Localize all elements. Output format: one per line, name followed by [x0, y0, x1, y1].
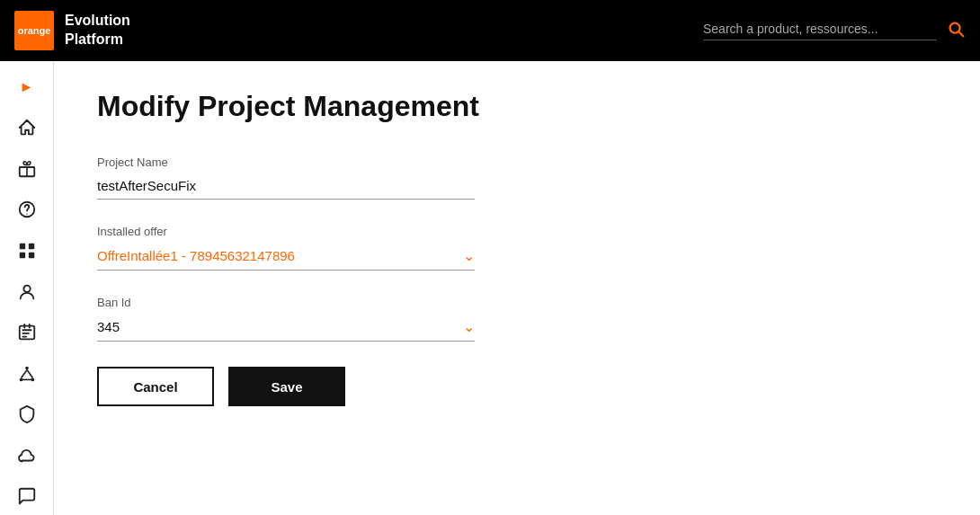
cloud-icon: [17, 446, 37, 466]
header-search: Search a product, ressources...: [703, 19, 966, 43]
help-icon: [17, 200, 37, 219]
ban-id-label: Ban Id: [97, 296, 937, 309]
topology-icon: [17, 364, 37, 384]
svg-rect-5: [19, 253, 24, 258]
svg-point-7: [23, 285, 30, 291]
sidebar-item-topology[interactable]: [7, 355, 47, 393]
header: orange Evolution Platform Search a produ…: [0, 0, 980, 61]
main-layout: ►: [0, 61, 980, 515]
svg-rect-6: [28, 253, 33, 258]
logo-text: orange: [18, 25, 51, 36]
svg-point-2: [26, 214, 27, 215]
button-row: Cancel Save: [97, 367, 937, 406]
user-icon: [17, 282, 37, 302]
installed-offer-value: OffreIntallée1 - 78945632147896: [97, 248, 295, 263]
gift-icon: [17, 159, 37, 179]
sidebar-item-home[interactable]: [7, 110, 47, 147]
svg-rect-4: [28, 244, 33, 249]
chevron-right-icon: ►: [20, 79, 34, 95]
installed-offer-group: Installed offer OffreIntallée1 - 7894563…: [97, 225, 937, 271]
sidebar-item-user[interactable]: [7, 273, 47, 311]
installed-offer-label: Installed offer: [97, 225, 937, 238]
ban-id-dropdown[interactable]: 345 ⌄: [97, 313, 475, 342]
sidebar-item-dashboard[interactable]: [7, 232, 47, 270]
project-name-group: Project Name: [97, 155, 937, 200]
search-icon-button[interactable]: [946, 19, 966, 43]
sidebar-item-security[interactable]: [7, 395, 47, 433]
search-input[interactable]: Search a product, ressources...: [703, 22, 937, 40]
content-area: Modify Project Management Project Name I…: [54, 61, 980, 515]
ban-id-value: 345: [97, 319, 120, 334]
search-icon: [946, 19, 966, 39]
logo-box: orange: [14, 11, 54, 50]
brand-title: Evolution Platform: [65, 12, 130, 49]
svg-point-9: [25, 366, 29, 369]
ban-id-chevron-icon: ⌄: [463, 318, 475, 335]
installed-offer-dropdown[interactable]: OffreIntallée1 - 78945632147896 ⌄: [97, 242, 475, 271]
svg-line-13: [27, 369, 32, 377]
shield-icon: [17, 404, 37, 424]
project-name-label: Project Name: [97, 155, 937, 169]
sidebar: ►: [0, 61, 54, 515]
sidebar-item-tasks[interactable]: [7, 314, 47, 351]
sidebar-item-offers[interactable]: [7, 150, 47, 188]
svg-rect-3: [19, 244, 24, 249]
chat-icon: [17, 486, 37, 506]
grid-icon: [17, 241, 37, 261]
page-title: Modify Project Management: [97, 90, 937, 123]
cancel-button[interactable]: Cancel: [97, 367, 214, 406]
project-name-input[interactable]: [97, 173, 475, 200]
save-button[interactable]: Save: [228, 367, 345, 406]
tasks-icon: [17, 323, 37, 342]
sidebar-item-cloud[interactable]: [7, 437, 47, 475]
svg-line-12: [21, 369, 26, 377]
sidebar-item-help[interactable]: [7, 191, 47, 229]
home-icon: [17, 118, 37, 138]
sidebar-item-chat[interactable]: [7, 477, 47, 515]
installed-offer-chevron-icon: ⌄: [463, 247, 475, 264]
ban-id-group: Ban Id 345 ⌄: [97, 296, 937, 342]
sidebar-item-expand[interactable]: ►: [7, 68, 47, 106]
